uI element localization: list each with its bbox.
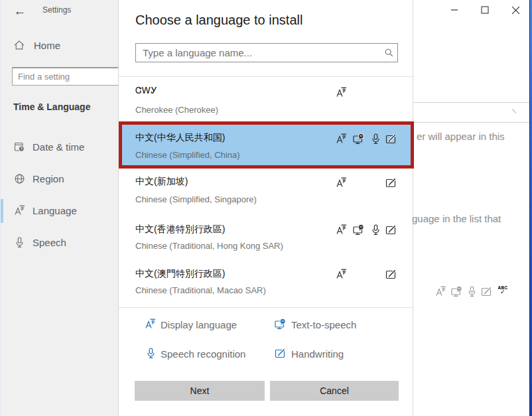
- handwriting-icon: [481, 286, 492, 297]
- maximize-button[interactable]: [474, 0, 496, 20]
- speech-recognition-icon: [370, 133, 381, 145]
- find-setting-input[interactable]: [12, 67, 125, 86]
- chevron-fragment-icon: [511, 107, 517, 114]
- display-language-icon: [435, 286, 446, 297]
- language-row-cherokee[interactable]: ᏣᎳᎩ Cherokee (Cherokee): [119, 78, 414, 122]
- sidebar-item-speech[interactable]: Speech: [1, 231, 119, 255]
- background-settings-page: er will appear in this guage in the list…: [414, 0, 529, 416]
- screen: ← Settings Home Time & Language Date & t…: [0, 0, 532, 416]
- text-to-speech-icon: [353, 133, 364, 145]
- back-arrow-icon[interactable]: ←: [11, 3, 29, 20]
- text-to-speech-icon: [353, 224, 364, 236]
- handwriting-icon: [385, 133, 397, 145]
- text-to-speech-icon: [275, 318, 286, 330]
- sidebar-item-date-time[interactable]: Date & time: [1, 135, 119, 159]
- language-native-name: 中文(澳門特別行政區): [135, 268, 225, 280]
- sidebar-item-label: Home: [34, 40, 60, 51]
- display-language-icon: [336, 269, 347, 280]
- sidebar-item-label: Date & time: [33, 141, 84, 153]
- display-language-icon: [336, 133, 347, 145]
- speech-recognition-icon: [370, 224, 381, 236]
- window-edge-border: [529, 0, 532, 416]
- language-row-chinese-simplified-china[interactable]: 中文(中华人民共和国) Chinese (Simplified, China): [119, 121, 414, 169]
- legend-label: Display language: [161, 319, 237, 330]
- settings-sidebar: ← Settings Home Time & Language Date & t…: [0, 0, 118, 416]
- legend-label: Speech recognition: [161, 348, 245, 360]
- handwriting-icon: [275, 348, 286, 359]
- language-english-name: Chinese (Simplified, Singapore): [135, 194, 257, 204]
- section-heading: Time & Language: [13, 102, 90, 112]
- legend-label: Handwriting: [291, 348, 344, 360]
- display-language-icon: [336, 177, 347, 188]
- clipped-description-text: er will appear in this: [417, 131, 505, 142]
- sidebar-item-region[interactable]: Region: [1, 167, 119, 191]
- next-button[interactable]: Next: [135, 381, 265, 401]
- cancel-button[interactable]: Cancel: [270, 381, 399, 401]
- minimize-icon: [450, 6, 458, 14]
- selected-accent-bar: [1, 199, 3, 223]
- globe-icon: [14, 173, 25, 184]
- speech-recognition-icon: [466, 286, 478, 297]
- display-language-icon: [336, 224, 347, 236]
- home-icon: [13, 39, 25, 51]
- language-row-chinese-hong-kong[interactable]: 中文(香港特別行政區) Chinese (Traditional, Hong K…: [119, 219, 414, 261]
- search-icon: [384, 48, 394, 58]
- handwriting-icon: [385, 269, 397, 280]
- speech-recognition-icon: [145, 348, 157, 359]
- window-title: Settings: [42, 5, 71, 15]
- microphone-icon: [14, 237, 25, 248]
- language-english-name: Cherokee (Cherokee): [135, 105, 218, 115]
- divider: [119, 76, 414, 77]
- display-language-icon: [145, 318, 156, 330]
- language-english-name: Chinese (Simplified, China): [135, 150, 240, 160]
- handwriting-icon: [385, 224, 397, 236]
- language-english-name: Chinese (Traditional, Hong Kong SAR): [135, 241, 283, 251]
- clipped-description-text: guage in the list that: [412, 213, 501, 224]
- basic-typing-icon: ABC✓: [497, 286, 509, 297]
- dialog-title: Choose a language to install: [135, 13, 302, 28]
- maximize-icon: [481, 6, 489, 14]
- close-button[interactable]: [504, 0, 527, 20]
- sidebar-item-language[interactable]: Language: [1, 199, 119, 223]
- language-english-name: Chinese (Traditional, Macao SAR): [135, 285, 266, 295]
- language-row-chinese-macao[interactable]: 中文(澳門特別行政區) Chinese (Traditional, Macao …: [119, 263, 414, 306]
- language-search-input[interactable]: [135, 43, 398, 62]
- sidebar-item-home[interactable]: Home: [1, 37, 119, 57]
- clipped-dropdown[interactable]: [414, 102, 529, 123]
- divider: [119, 307, 414, 308]
- language-native-name: 中文(香港特別行政區): [135, 224, 225, 236]
- language-native-name: ᏣᎳᎩ: [135, 85, 157, 96]
- calendar-clock-icon: [14, 141, 25, 153]
- language-native-name: 中文(新加坡): [135, 176, 188, 188]
- sidebar-item-label: Region: [33, 173, 64, 184]
- language-native-name: 中文(中华人民共和国): [135, 132, 225, 144]
- sidebar-item-label: Speech: [33, 237, 66, 248]
- language-row-chinese-singapore[interactable]: 中文(新加坡) Chinese (Simplified, Singapore): [119, 171, 414, 215]
- display-language-icon: [336, 87, 347, 98]
- legend-label: Text-to-speech: [291, 319, 356, 330]
- minimize-button[interactable]: [443, 0, 466, 20]
- sidebar-item-label: Language: [33, 205, 77, 216]
- text-to-speech-icon: [451, 286, 462, 297]
- display-language-icon: [14, 205, 25, 216]
- choose-language-dialog: Choose a language to install ᏣᎳᎩ Cheroke…: [118, 0, 413, 416]
- handwriting-icon: [385, 177, 397, 188]
- close-icon: [511, 6, 520, 15]
